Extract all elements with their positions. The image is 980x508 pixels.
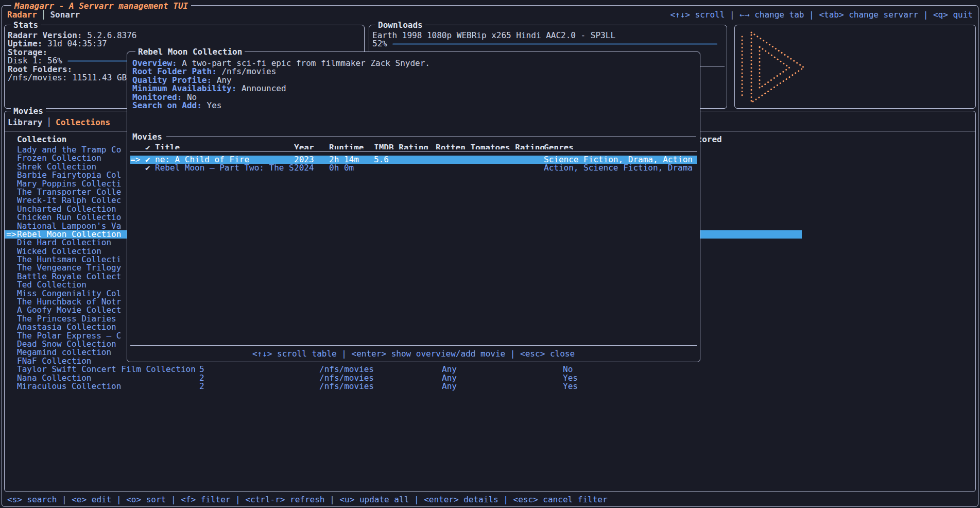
column-header: Title bbox=[155, 144, 294, 149]
movie-title: ne: A Child of Fire bbox=[155, 156, 294, 164]
collection-cell: No bbox=[563, 365, 677, 374]
check-icon: ✔ bbox=[145, 144, 155, 149]
detail-line: Monitored: No bbox=[132, 93, 695, 101]
popup-movies-section-title: Movies bbox=[132, 132, 162, 142]
download-item-name: Earth 1998 1080p WEBRip x265 Hindi AAC2.… bbox=[372, 31, 723, 40]
collection-name: Taylor Swift Concert Film Collection bbox=[17, 365, 199, 374]
bottom-keybinds: <s> search | <e> edit | <o> sort | <f> f… bbox=[7, 495, 608, 504]
detail-label: Monitored: bbox=[132, 93, 182, 101]
collection-cell bbox=[677, 374, 802, 382]
collection-cell: Any bbox=[442, 365, 563, 374]
collection-name: Miraculous Collection bbox=[17, 382, 199, 391]
selection-marker: => bbox=[6, 230, 16, 239]
popup-movies-section-header: Movies bbox=[132, 132, 696, 141]
version-value: 5.2.6.8376 bbox=[87, 31, 136, 40]
logo-panel bbox=[734, 25, 976, 109]
detail-line: Quality Profile: Any bbox=[132, 76, 695, 84]
collection-cell bbox=[677, 382, 802, 391]
collection-cell: Any bbox=[442, 382, 563, 391]
column-header: Rotten Tomatoes Rating bbox=[436, 144, 544, 149]
detail-line: Minimum Availability: Announced bbox=[132, 84, 695, 93]
detail-value: Any bbox=[212, 76, 232, 84]
check-icon: ✔ bbox=[145, 164, 155, 172]
collection-row[interactable]: Nana Collection2/nfs/moviesAnyYes bbox=[5, 374, 802, 382]
collection-cell: 2 bbox=[199, 382, 319, 391]
collection-cell: /nfs/movies bbox=[319, 374, 442, 382]
collection-cell: Yes bbox=[563, 374, 677, 382]
tab-separator: │ bbox=[46, 117, 51, 127]
movies-panel-title: Movies bbox=[11, 107, 46, 115]
top-keybinds: <↑↓> scroll | ←→ change tab | <tab> chan… bbox=[670, 10, 973, 20]
version-label: Radarr Version: bbox=[8, 31, 82, 40]
check-icon: ✔ bbox=[145, 156, 155, 164]
collection-row[interactable]: Taylor Swift Concert Film Collection5/nf… bbox=[5, 365, 802, 374]
movie-year: 2024 bbox=[294, 164, 329, 172]
tab-separator: │ bbox=[41, 10, 46, 20]
disk-usage-label: Disk 1: 56% bbox=[8, 57, 62, 65]
detail-line: Root Folder Path: /nfs/movies bbox=[132, 67, 695, 76]
stats-panel-title: Stats bbox=[11, 21, 41, 29]
detail-label: Root Folder Path: bbox=[132, 67, 217, 76]
detail-label: Minimum Availability: bbox=[132, 84, 236, 93]
managarr-logo bbox=[739, 29, 811, 106]
servarr-tabs: Radarr│Sonarr bbox=[7, 10, 80, 20]
collection-cell: /nfs/movies bbox=[319, 365, 442, 374]
detail-value: Yes bbox=[202, 101, 222, 110]
detail-label: Overview: bbox=[132, 59, 177, 67]
movie-year: 2023 bbox=[294, 156, 329, 164]
movie-genres: Action, Science Fiction, Drama bbox=[544, 164, 697, 172]
movie-runtime: 0h 0m bbox=[329, 164, 374, 172]
section-divider bbox=[166, 137, 696, 137]
popup-title: Rebel Moon Collection bbox=[135, 47, 245, 56]
detail-line: Search on Add: Yes bbox=[132, 101, 695, 110]
column-header: Year bbox=[294, 144, 329, 149]
column-header: Runtime bbox=[329, 144, 374, 149]
collection-details: Overview: A two-part sci-fi epic from fi… bbox=[132, 59, 695, 110]
movie-genres: Science Fiction, Drama, Action bbox=[544, 156, 697, 164]
collection-cell: Any bbox=[442, 374, 563, 382]
popup-movies-table-rows: =>✔ne: A Child of Fire20232h 14m5.6Scien… bbox=[130, 156, 697, 173]
detail-label: Quality Profile: bbox=[132, 76, 212, 84]
column-header: IMDB Rating bbox=[374, 144, 436, 149]
movies-tabs: Library│Collections bbox=[8, 117, 110, 127]
detail-value: Announced bbox=[236, 84, 286, 93]
collection-cell: 2 bbox=[199, 374, 319, 382]
popup-movies-table-header: ✔TitleYearRuntimeIMDB RatingRotten Tomat… bbox=[130, 144, 697, 152]
popup-keybinds: <↑↓> scroll table | <enter> show overvie… bbox=[130, 345, 697, 360]
movie-imdb-rating bbox=[374, 164, 436, 172]
collection-details-popup: Rebel Moon Collection Overview: A two-pa… bbox=[127, 52, 700, 362]
column-header: Genres bbox=[544, 144, 697, 149]
tab-collections[interactable]: Collections bbox=[56, 117, 110, 127]
download-percent-label: 52% bbox=[372, 40, 387, 48]
movie-title: Rebel Moon – Part Two: The Scar bbox=[155, 164, 294, 172]
collection-cell bbox=[677, 365, 802, 374]
collection-cell: /nfs/movies bbox=[319, 382, 442, 391]
movie-imdb-rating: 5.6 bbox=[374, 156, 436, 164]
version-line: Radarr Version: 5.2.6.8376 bbox=[8, 31, 364, 40]
marker-column bbox=[130, 144, 145, 149]
uptime-label: Uptime: bbox=[8, 40, 42, 48]
collection-cell: Yes bbox=[563, 382, 677, 391]
selection-marker bbox=[130, 164, 145, 172]
detail-value: No bbox=[182, 93, 197, 101]
movie-row[interactable]: =>✔ne: A Child of Fire20232h 14m5.6Scien… bbox=[130, 156, 697, 164]
collection-cell: 5 bbox=[199, 365, 319, 374]
detail-line: Overview: A two-part sci-fi epic from fi… bbox=[132, 59, 695, 67]
tab-sonarr[interactable]: Sonarr bbox=[50, 10, 80, 20]
movie-rt-rating bbox=[436, 156, 544, 164]
selection-marker: => bbox=[130, 156, 145, 164]
managarr-app: Managarr - A Servarr management TUI Rada… bbox=[0, 0, 980, 508]
downloads-panel-title: Downloads bbox=[375, 21, 425, 29]
movie-runtime: 2h 14m bbox=[329, 156, 374, 164]
detail-value: A two-part sci-fi epic from filmmaker Za… bbox=[177, 59, 430, 67]
collection-row[interactable]: Miraculous Collection2/nfs/moviesAnyYes bbox=[5, 382, 802, 391]
detail-label: Search on Add: bbox=[132, 101, 202, 110]
tab-radarr[interactable]: Radarr bbox=[7, 10, 37, 20]
tab-library[interactable]: Library bbox=[8, 117, 42, 127]
download-progress-line: 52% bbox=[372, 40, 723, 48]
collection-name: Nana Collection bbox=[17, 374, 199, 382]
uptime-value: 31d 04:35:37 bbox=[47, 40, 107, 48]
movie-rt-rating bbox=[436, 164, 544, 172]
movie-row[interactable]: ✔Rebel Moon – Part Two: The Scar20240h 0… bbox=[130, 164, 697, 172]
download-progress-gauge bbox=[392, 43, 717, 45]
